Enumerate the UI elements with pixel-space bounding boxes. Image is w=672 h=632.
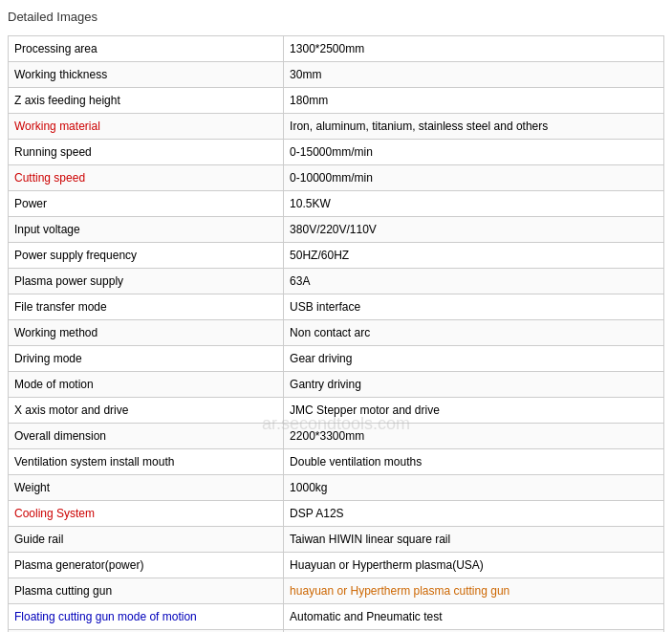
- table-row: Overall dimension2200*3300mm: [9, 424, 664, 449]
- spec-label: Working thickness: [9, 62, 284, 88]
- spec-label: Cooling System: [9, 501, 284, 527]
- spec-label: Plasma power supply: [9, 269, 284, 294]
- table-row: Mode of motionGantry driving: [9, 372, 664, 398]
- spec-value: 0-10000mm/min: [284, 165, 664, 191]
- spec-value: Taiwan HIWIN linear square rail: [284, 527, 664, 553]
- spec-label: Plasma generator(power): [9, 553, 284, 578]
- spec-label: Power: [9, 191, 284, 217]
- spec-label: Running speed: [9, 140, 284, 165]
- spec-label: Floating cutting gun mode of motion: [9, 604, 284, 630]
- spec-value: huayuan or Hypertherm plasma cutting gun: [284, 578, 664, 604]
- spec-label: Ventilation system install mouth: [9, 449, 284, 475]
- spec-value: 30mm: [284, 62, 664, 88]
- table-row: Driving modeGear driving: [9, 346, 664, 372]
- table-row: Working materialIron, aluminum, titanium…: [9, 114, 664, 140]
- spec-label: Input voltage: [9, 217, 284, 243]
- spec-label: Z axis feeding height: [9, 88, 284, 114]
- page-title: Detailed Images: [8, 10, 664, 24]
- spec-value: 380V/220V/110V: [284, 217, 664, 243]
- spec-value: 2200*3300mm: [284, 424, 664, 449]
- table-row: Running speed0-15000mm/min: [9, 140, 664, 165]
- spec-label: File transfer mode: [9, 294, 284, 320]
- specs-table: Processing area1300*2500mmWorking thickn…: [8, 35, 664, 632]
- spec-label: Weight: [9, 475, 284, 501]
- table-wrapper: Processing area1300*2500mmWorking thickn…: [8, 35, 664, 632]
- spec-label: Working material: [9, 114, 284, 140]
- spec-label: Guide rail: [9, 527, 284, 553]
- spec-value: Non contact arc: [284, 320, 664, 346]
- spec-value: Iron, aluminum, titanium, stainless stee…: [284, 114, 664, 140]
- spec-label: Processing area: [9, 36, 284, 62]
- table-row: File transfer modeUSB interface: [9, 294, 664, 320]
- spec-label: Plasma cutting gun: [9, 578, 284, 604]
- table-row: Plasma generator(power)Huayuan or Hypert…: [9, 553, 664, 578]
- table-row: Weight1000kg: [9, 475, 664, 501]
- spec-value: 1300*2500mm: [284, 36, 664, 62]
- page-container: Detailed Images Processing area1300*2500…: [0, 0, 672, 632]
- table-row: Processing area1300*2500mm: [9, 36, 664, 62]
- spec-value: Huayuan or Hypertherm plasma(USA): [284, 553, 664, 578]
- spec-value: DSP A12S: [284, 501, 664, 527]
- spec-value: 1000kg: [284, 475, 664, 501]
- spec-label: X axis motor and drive: [9, 398, 284, 424]
- spec-value: 0-15000mm/min: [284, 140, 664, 165]
- table-row: Cutting speed0-10000mm/min: [9, 165, 664, 191]
- table-row: Plasma cutting gunhuayuan or Hypertherm …: [9, 578, 664, 604]
- table-row: X axis motor and driveJMC Stepper motor …: [9, 398, 664, 424]
- table-row: Working thickness30mm: [9, 62, 664, 88]
- spec-value: JMC Stepper motor and drive: [284, 398, 664, 424]
- spec-label: Power supply frequency: [9, 243, 284, 269]
- spec-label: Driving mode: [9, 346, 284, 372]
- table-row: Ventilation system install mouthDouble v…: [9, 449, 664, 475]
- spec-value: 180mm: [284, 88, 664, 114]
- spec-value: Automatic and Pneumatic test: [284, 604, 664, 630]
- spec-label: Overall dimension: [9, 424, 284, 449]
- table-row: Cooling SystemDSP A12S: [9, 501, 664, 527]
- table-row: Working methodNon contact arc: [9, 320, 664, 346]
- spec-value: 50HZ/60HZ: [284, 243, 664, 269]
- table-row: Power10.5KW: [9, 191, 664, 217]
- spec-label: Mode of motion: [9, 372, 284, 398]
- table-row: Input voltage380V/220V/110V: [9, 217, 664, 243]
- spec-value: Gantry driving: [284, 372, 664, 398]
- spec-value: Gear driving: [284, 346, 664, 372]
- table-row: Floating cutting gun mode of motionAutom…: [9, 604, 664, 630]
- spec-value: USB interface: [284, 294, 664, 320]
- spec-label: Cutting speed: [9, 165, 284, 191]
- spec-value: 10.5KW: [284, 191, 664, 217]
- table-row: Power supply frequency50HZ/60HZ: [9, 243, 664, 269]
- spec-value: Double ventilation mouths: [284, 449, 664, 475]
- table-row: Plasma power supply63A: [9, 269, 664, 294]
- table-row: Z axis feeding height180mm: [9, 88, 664, 114]
- spec-label: Working method: [9, 320, 284, 346]
- table-row: Guide railTaiwan HIWIN linear square rai…: [9, 527, 664, 553]
- spec-value: 63A: [284, 269, 664, 294]
